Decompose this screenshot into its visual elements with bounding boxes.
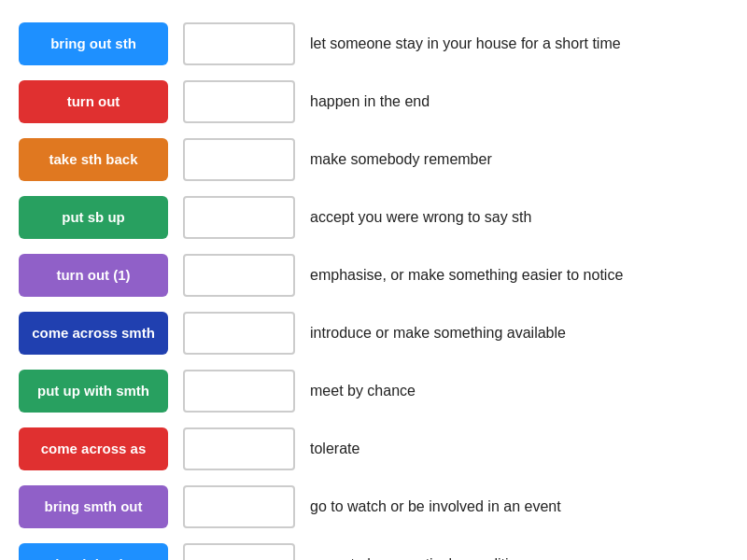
row-10: take sb back toseem to have particular q… xyxy=(19,539,728,560)
phrase-button-7[interactable]: put up with smth xyxy=(19,370,168,413)
answer-box-4[interactable] xyxy=(183,196,295,239)
definition-3: make somebody remember xyxy=(310,149,728,170)
answer-box-8[interactable] xyxy=(183,427,295,470)
answer-box-1[interactable] xyxy=(183,22,295,65)
phrase-button-8[interactable]: come across as xyxy=(19,427,168,470)
row-2: turn outhappen in the end xyxy=(19,77,728,127)
definition-9: go to watch or be involved in an event xyxy=(310,497,728,517)
definition-8: tolerate xyxy=(310,439,728,459)
definition-4: accept you were wrong to say sth xyxy=(310,207,728,228)
phrase-button-9[interactable]: bring smth out xyxy=(19,485,168,528)
answer-box-9[interactable] xyxy=(183,485,295,528)
phrase-button-5[interactable]: turn out (1) xyxy=(19,254,168,297)
definition-10: seem to have particular qualities xyxy=(310,554,728,560)
row-9: bring smth outgo to watch or be involved… xyxy=(19,482,728,532)
phrase-button-1[interactable]: bring out sth xyxy=(19,22,168,65)
phrase-button-2[interactable]: turn out xyxy=(19,80,168,123)
phrase-button-3[interactable]: take sth back xyxy=(19,138,168,181)
row-4: put sb upaccept you were wrong to say st… xyxy=(19,192,728,243)
phrase-button-6[interactable]: come across smth xyxy=(19,312,168,355)
phrase-button-10[interactable]: take sb back to xyxy=(19,543,168,560)
row-6: come across smthintroduce or make someth… xyxy=(19,308,728,358)
answer-box-5[interactable] xyxy=(183,254,295,297)
definition-1: let someone stay in your house for a sho… xyxy=(310,34,728,54)
answer-box-6[interactable] xyxy=(183,312,295,355)
answer-box-7[interactable] xyxy=(183,370,295,413)
definition-5: emphasise, or make something easier to n… xyxy=(310,265,728,286)
row-7: put up with smthmeet by chance xyxy=(19,366,728,416)
answer-box-10[interactable] xyxy=(183,543,295,560)
phrase-button-4[interactable]: put sb up xyxy=(19,196,168,239)
definition-7: meet by chance xyxy=(310,381,728,401)
definition-2: happen in the end xyxy=(310,91,728,112)
matching-exercise: bring out sthlet someone stay in your ho… xyxy=(19,19,728,560)
row-5: turn out (1)emphasise, or make something… xyxy=(19,250,728,301)
answer-box-2[interactable] xyxy=(183,80,295,123)
row-8: come across astolerate xyxy=(19,424,728,474)
row-3: take sth backmake somebody remember xyxy=(19,134,728,185)
definition-6: introduce or make something available xyxy=(310,323,728,343)
row-1: bring out sthlet someone stay in your ho… xyxy=(19,19,728,69)
answer-box-3[interactable] xyxy=(183,138,295,181)
